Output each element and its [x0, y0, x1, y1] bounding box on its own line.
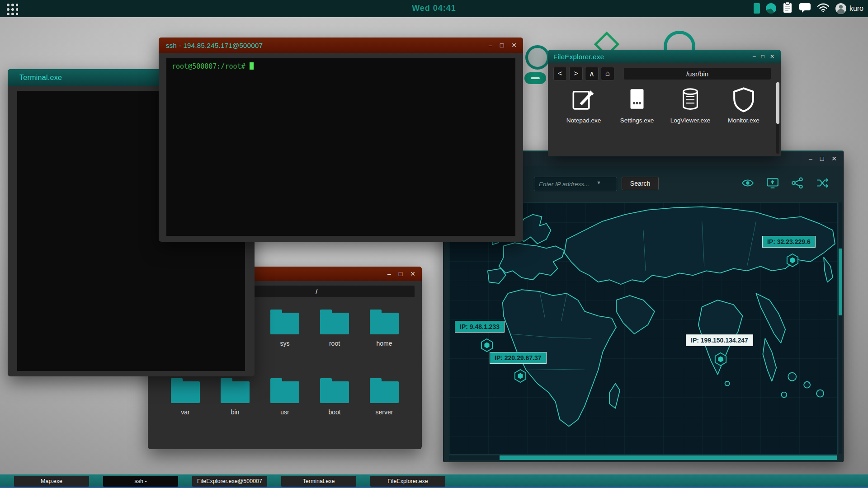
folder-label: server — [376, 408, 393, 416]
taskbar: Map.exessh -FileExplorer.exe@500007Termi… — [0, 474, 868, 488]
maximize-button[interactable]: □ — [500, 42, 504, 48]
maximize-button[interactable]: □ — [761, 54, 764, 59]
folder-label: var — [181, 408, 189, 416]
share-nodes-icon[interactable] — [788, 173, 807, 193]
battery-icon — [754, 3, 760, 14]
taskbar-item[interactable]: ssh - — [103, 476, 178, 487]
taskbar-item[interactable]: FileExplorer.exe — [370, 476, 445, 487]
folder-label: bin — [231, 408, 240, 416]
ssh-window: ssh - 194.85.245.171@500007 – □ ✕ root@5… — [159, 38, 523, 242]
folder-item[interactable]: boot — [310, 375, 359, 444]
clipboard-icon[interactable] — [782, 1, 793, 15]
window-title: Terminal.exe — [19, 74, 62, 82]
folder-item[interactable]: home — [359, 306, 409, 375]
scrollbar[interactable] — [776, 82, 779, 154]
file-icon — [730, 86, 757, 113]
user-menu[interactable]: kuro — [835, 3, 863, 14]
minimize-button[interactable]: – — [489, 42, 492, 48]
minimize-button[interactable]: – — [753, 54, 756, 59]
folder-icon — [320, 381, 349, 403]
window-title: ssh - 194.85.245.171@500007 — [166, 42, 263, 49]
folder-label: home — [376, 340, 392, 347]
folder-icon — [370, 381, 399, 403]
file-icon — [623, 86, 651, 113]
folder-icon — [320, 313, 349, 334]
location-pin-icon[interactable] — [786, 253, 799, 269]
folder-label: usr — [280, 408, 289, 416]
file-explorer-window: FileExplorer.exe – □ ✕ <>∧⌂ /usr/bin — [548, 50, 781, 156]
folder-item[interactable]: usr — [260, 375, 310, 444]
file-list: Notepad.exe Settings.exe — [548, 83, 781, 124]
username: kuro — [849, 5, 863, 13]
file-icon — [570, 86, 597, 113]
close-button[interactable]: ✕ — [770, 54, 774, 59]
wifi-icon[interactable] — [817, 3, 830, 14]
folder-icon — [270, 313, 299, 334]
file-label: Notepad.exe — [566, 117, 601, 124]
minimize-button[interactable]: – — [387, 271, 391, 277]
folder-item[interactable]: var — [160, 375, 210, 444]
location-pin-icon[interactable] — [514, 369, 527, 385]
map-vertical-scrollbar[interactable] — [839, 202, 842, 454]
taskbar-item[interactable]: FileExplorer.exe@500007 — [192, 476, 267, 487]
ip-label-chip[interactable]: IP: 199.150.134.247 — [686, 334, 753, 346]
file-settings[interactable]: Settings.exe — [613, 86, 661, 124]
eye-icon[interactable] — [738, 173, 758, 193]
taskbar-item[interactable]: Terminal.exe — [281, 476, 356, 487]
folder-item[interactable]: server — [359, 375, 409, 444]
clock: Wed 04:41 — [0, 4, 868, 13]
file-notepad[interactable]: Notepad.exe — [560, 86, 608, 124]
folder-icon — [270, 381, 299, 403]
user-avatar — [835, 3, 846, 14]
home-button[interactable]: ⌂ — [601, 67, 614, 80]
folder-icon — [370, 313, 399, 334]
screen-share-icon[interactable] — [763, 173, 783, 193]
storage-pie-icon — [766, 3, 776, 14]
map-horizontal-scrollbar[interactable] — [449, 455, 837, 460]
folder-label: boot — [328, 408, 340, 416]
ip-label-chip[interactable]: IP: 32.23.229.6 — [762, 236, 816, 248]
ssh-titlebar[interactable]: ssh - 194.85.245.171@500007 – □ ✕ — [159, 38, 523, 53]
folder-icon — [221, 381, 250, 403]
terminal-cursor — [250, 62, 254, 70]
prompt-line: root@500007:/root# — [172, 62, 510, 71]
folder-icon — [171, 381, 200, 403]
back-button[interactable]: < — [553, 67, 567, 80]
ip-search-input[interactable] — [534, 177, 617, 191]
folder-item[interactable]: sys — [260, 306, 310, 375]
file-icon — [677, 86, 704, 113]
folder-item[interactable]: root — [310, 306, 359, 375]
close-button[interactable]: ✕ — [511, 42, 517, 48]
minimize-button[interactable]: – — [809, 155, 812, 162]
address-bar[interactable]: /usr/bin — [624, 68, 771, 80]
ring-icon[interactable] — [525, 45, 550, 70]
ssh-screen[interactable]: root@500007:/root# — [166, 58, 515, 236]
ip-label-chip[interactable]: IP: 220.29.67.37 — [490, 352, 547, 364]
file-label: LogViewer.exe — [670, 117, 710, 124]
shuffle-icon[interactable] — [812, 173, 832, 193]
maximize-button[interactable]: □ — [820, 155, 824, 162]
window-title: FileExplorer.exe — [553, 53, 604, 61]
file-explorer-titlebar[interactable]: FileExplorer.exe – □ ✕ — [548, 50, 781, 63]
chat-icon[interactable] — [799, 2, 811, 15]
close-button[interactable]: ✕ — [831, 155, 837, 162]
ip-label-chip[interactable]: IP: 9.48.1.233 — [455, 321, 505, 333]
folder-label: sys — [280, 340, 290, 347]
desktop: Wed 04:41 kuro – □ ✕ ▼ Sea — [0, 0, 868, 488]
up-button[interactable]: ∧ — [585, 67, 599, 80]
folder-item[interactable]: bin — [210, 375, 260, 444]
pill-icon[interactable] — [524, 72, 546, 84]
location-pin-icon[interactable] — [714, 352, 727, 368]
file-monitor[interactable]: Monitor.exe — [720, 86, 768, 124]
search-button[interactable]: Search — [622, 177, 659, 190]
maximize-button[interactable]: □ — [399, 271, 402, 277]
taskbar-item[interactable]: Map.exe — [14, 476, 89, 487]
file-label: Settings.exe — [620, 117, 654, 124]
forward-button[interactable]: > — [569, 67, 583, 80]
top-bar: Wed 04:41 kuro — [0, 0, 868, 17]
file-label: Monitor.exe — [728, 117, 760, 124]
file-logviewer[interactable]: LogViewer.exe — [666, 86, 714, 124]
folder-label: root — [329, 340, 340, 347]
close-button[interactable]: ✕ — [410, 271, 415, 277]
